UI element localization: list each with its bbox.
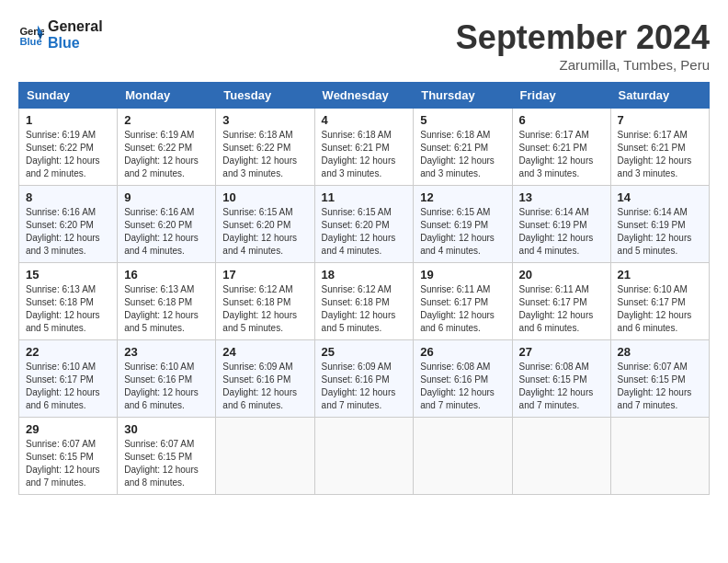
day-number: 22 [26,345,110,359]
day-number: 20 [519,268,604,282]
day-info: Sunrise: 6:14 AM Sunset: 6:19 PM Dayligh… [618,206,702,258]
day-info: Sunrise: 6:08 AM Sunset: 6:15 PM Dayligh… [519,361,604,412]
location-title: Zarumilla, Tumbes, Peru [456,57,710,73]
calendar-week-2: 8Sunrise: 6:16 AM Sunset: 6:20 PM Daylig… [19,186,710,263]
calendar-cell: 27Sunrise: 6:08 AM Sunset: 6:15 PM Dayli… [512,340,610,418]
calendar-cell: 3Sunrise: 6:18 AM Sunset: 6:22 PM Daylig… [216,109,314,186]
weekday-header-tuesday: Tuesday [216,83,314,109]
weekday-header-sunday: Sunday [19,83,118,109]
day-number: 23 [124,345,209,359]
calendar-cell: 1Sunrise: 6:19 AM Sunset: 6:22 PM Daylig… [19,109,118,186]
day-info: Sunrise: 6:16 AM Sunset: 6:20 PM Dayligh… [26,206,110,258]
calendar-cell: 6Sunrise: 6:17 AM Sunset: 6:21 PM Daylig… [512,109,610,186]
calendar-cell: 4Sunrise: 6:18 AM Sunset: 6:21 PM Daylig… [314,109,414,186]
weekday-header-wednesday: Wednesday [314,83,414,109]
calendar-cell: 15Sunrise: 6:13 AM Sunset: 6:18 PM Dayli… [19,263,118,340]
calendar-cell: 5Sunrise: 6:18 AM Sunset: 6:21 PM Daylig… [414,109,512,186]
day-number: 27 [519,345,604,359]
calendar-cell: 13Sunrise: 6:14 AM Sunset: 6:19 PM Dayli… [512,186,610,263]
calendar-cell: 24Sunrise: 6:09 AM Sunset: 6:16 PM Dayli… [216,340,314,418]
logo-icon: General Blue [18,22,44,48]
day-number: 30 [124,422,209,436]
day-number: 3 [222,113,307,127]
day-number: 2 [124,113,209,127]
day-info: Sunrise: 6:07 AM Sunset: 6:15 PM Dayligh… [618,361,702,412]
day-info: Sunrise: 6:10 AM Sunset: 6:16 PM Dayligh… [124,361,209,412]
weekday-header-friday: Friday [512,83,610,109]
day-info: Sunrise: 6:18 AM Sunset: 6:21 PM Dayligh… [420,129,505,180]
calendar-cell: 23Sunrise: 6:10 AM Sunset: 6:16 PM Dayli… [118,340,216,418]
day-info: Sunrise: 6:17 AM Sunset: 6:21 PM Dayligh… [618,129,702,180]
day-info: Sunrise: 6:15 AM Sunset: 6:20 PM Dayligh… [322,206,407,258]
logo: General Blue General Blue [18,18,103,52]
day-info: Sunrise: 6:19 AM Sunset: 6:22 PM Dayligh… [26,129,110,180]
day-number: 15 [26,268,110,282]
day-number: 18 [322,268,407,282]
logo-general: General [48,18,103,35]
month-title: September 2024 [456,18,710,57]
day-info: Sunrise: 6:07 AM Sunset: 6:15 PM Dayligh… [26,438,110,489]
calendar-cell [512,418,610,495]
day-number: 16 [124,268,209,282]
calendar-cell: 28Sunrise: 6:07 AM Sunset: 6:15 PM Dayli… [610,340,709,418]
day-number: 7 [618,113,702,127]
day-info: Sunrise: 6:15 AM Sunset: 6:20 PM Dayligh… [222,206,307,258]
calendar-cell: 21Sunrise: 6:10 AM Sunset: 6:17 PM Dayli… [610,263,709,340]
day-info: Sunrise: 6:19 AM Sunset: 6:22 PM Dayligh… [124,129,209,180]
day-info: Sunrise: 6:12 AM Sunset: 6:18 PM Dayligh… [222,283,307,335]
day-info: Sunrise: 6:11 AM Sunset: 6:17 PM Dayligh… [519,283,604,335]
weekday-header-monday: Monday [118,83,216,109]
day-number: 8 [26,190,110,204]
calendar-cell [610,418,709,495]
calendar-cell: 22Sunrise: 6:10 AM Sunset: 6:17 PM Dayli… [19,340,118,418]
day-number: 26 [420,345,505,359]
day-number: 17 [222,268,307,282]
day-info: Sunrise: 6:18 AM Sunset: 6:21 PM Dayligh… [322,129,407,180]
day-number: 11 [322,190,407,204]
calendar-cell: 14Sunrise: 6:14 AM Sunset: 6:19 PM Dayli… [610,186,709,263]
calendar-cell: 19Sunrise: 6:11 AM Sunset: 6:17 PM Dayli… [414,263,512,340]
calendar-week-3: 15Sunrise: 6:13 AM Sunset: 6:18 PM Dayli… [19,263,710,340]
day-number: 4 [322,113,407,127]
day-number: 13 [519,190,604,204]
calendar-cell: 20Sunrise: 6:11 AM Sunset: 6:17 PM Dayli… [512,263,610,340]
calendar-cell [216,418,314,495]
calendar-week-4: 22Sunrise: 6:10 AM Sunset: 6:17 PM Dayli… [19,340,710,418]
day-info: Sunrise: 6:09 AM Sunset: 6:16 PM Dayligh… [322,361,407,412]
day-info: Sunrise: 6:12 AM Sunset: 6:18 PM Dayligh… [322,283,407,335]
calendar-cell: 11Sunrise: 6:15 AM Sunset: 6:20 PM Dayli… [314,186,414,263]
day-info: Sunrise: 6:10 AM Sunset: 6:17 PM Dayligh… [618,283,702,335]
day-info: Sunrise: 6:17 AM Sunset: 6:21 PM Dayligh… [519,129,604,180]
calendar-table: SundayMondayTuesdayWednesdayThursdayFrid… [18,82,710,495]
day-number: 5 [420,113,505,127]
day-info: Sunrise: 6:14 AM Sunset: 6:19 PM Dayligh… [519,206,604,258]
calendar-cell: 25Sunrise: 6:09 AM Sunset: 6:16 PM Dayli… [314,340,414,418]
calendar-cell: 9Sunrise: 6:16 AM Sunset: 6:20 PM Daylig… [118,186,216,263]
calendar-week-1: 1Sunrise: 6:19 AM Sunset: 6:22 PM Daylig… [19,109,710,186]
day-info: Sunrise: 6:11 AM Sunset: 6:17 PM Dayligh… [420,283,505,335]
day-number: 14 [618,190,702,204]
weekday-header-thursday: Thursday [414,83,512,109]
calendar-cell [314,418,414,495]
title-section: September 2024 Zarumilla, Tumbes, Peru [456,18,710,73]
calendar-cell: 26Sunrise: 6:08 AM Sunset: 6:16 PM Dayli… [414,340,512,418]
calendar-cell [414,418,512,495]
day-info: Sunrise: 6:10 AM Sunset: 6:17 PM Dayligh… [26,361,110,412]
day-number: 29 [26,422,110,436]
day-number: 28 [618,345,702,359]
calendar-header-row: SundayMondayTuesdayWednesdayThursdayFrid… [19,83,710,109]
calendar-cell: 18Sunrise: 6:12 AM Sunset: 6:18 PM Dayli… [314,263,414,340]
calendar-cell: 29Sunrise: 6:07 AM Sunset: 6:15 PM Dayli… [19,418,118,495]
day-number: 9 [124,190,209,204]
day-number: 1 [26,113,110,127]
calendar-body: 1Sunrise: 6:19 AM Sunset: 6:22 PM Daylig… [19,109,710,495]
day-number: 6 [519,113,604,127]
calendar-week-5: 29Sunrise: 6:07 AM Sunset: 6:15 PM Dayli… [19,418,710,495]
day-info: Sunrise: 6:13 AM Sunset: 6:18 PM Dayligh… [26,283,110,335]
day-info: Sunrise: 6:07 AM Sunset: 6:15 PM Dayligh… [124,438,209,489]
day-number: 25 [322,345,407,359]
calendar-cell: 10Sunrise: 6:15 AM Sunset: 6:20 PM Dayli… [216,186,314,263]
logo-blue: Blue [48,35,103,52]
day-info: Sunrise: 6:18 AM Sunset: 6:22 PM Dayligh… [222,129,307,180]
calendar-cell: 17Sunrise: 6:12 AM Sunset: 6:18 PM Dayli… [216,263,314,340]
